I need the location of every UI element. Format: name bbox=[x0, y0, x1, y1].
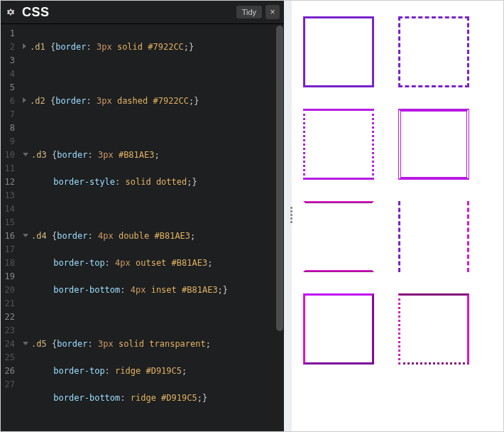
preview-box-d3 bbox=[303, 109, 374, 180]
code-editor[interactable]: 1234567891011121314151617181920212223242… bbox=[1, 24, 284, 431]
editor-header: CSS Tidy × bbox=[1, 1, 284, 24]
ide-wrapper: CSS Tidy × 12345678910111213141516171819… bbox=[0, 0, 504, 432]
fold-arrow-icon[interactable] bbox=[23, 97, 26, 103]
fold-arrow-icon[interactable] bbox=[23, 342, 28, 345]
panel-title: CSS bbox=[22, 5, 236, 20]
preview-box-d5 bbox=[303, 201, 374, 272]
line-gutter: 1234567891011121314151617181920212223242… bbox=[1, 24, 18, 431]
fold-arrow-icon[interactable] bbox=[23, 234, 28, 237]
fold-arrow-icon[interactable] bbox=[23, 43, 26, 49]
preview-box-d2 bbox=[398, 16, 469, 87]
close-icon[interactable]: × bbox=[265, 5, 280, 19]
grip-icon bbox=[290, 207, 292, 227]
gear-icon[interactable] bbox=[5, 6, 16, 18]
preview-box-d8 bbox=[398, 293, 469, 364]
scrollbar-thumb[interactable] bbox=[276, 26, 283, 331]
fold-arrow-icon[interactable] bbox=[23, 153, 28, 156]
preview-box-d7 bbox=[303, 293, 374, 364]
code-content[interactable]: .d1 {border: 3px solid #7922CC;} .d2 {bo… bbox=[18, 24, 284, 431]
preview-box-d1 bbox=[303, 16, 374, 87]
tidy-button[interactable]: Tidy bbox=[236, 6, 262, 18]
pane-splitter[interactable] bbox=[284, 1, 292, 431]
preview-box-d4 bbox=[398, 109, 469, 180]
preview-box-d6 bbox=[398, 201, 469, 272]
css-editor-pane: CSS Tidy × 12345678910111213141516171819… bbox=[1, 1, 284, 431]
preview-pane bbox=[292, 1, 503, 431]
scrollbar-track[interactable] bbox=[275, 24, 284, 431]
